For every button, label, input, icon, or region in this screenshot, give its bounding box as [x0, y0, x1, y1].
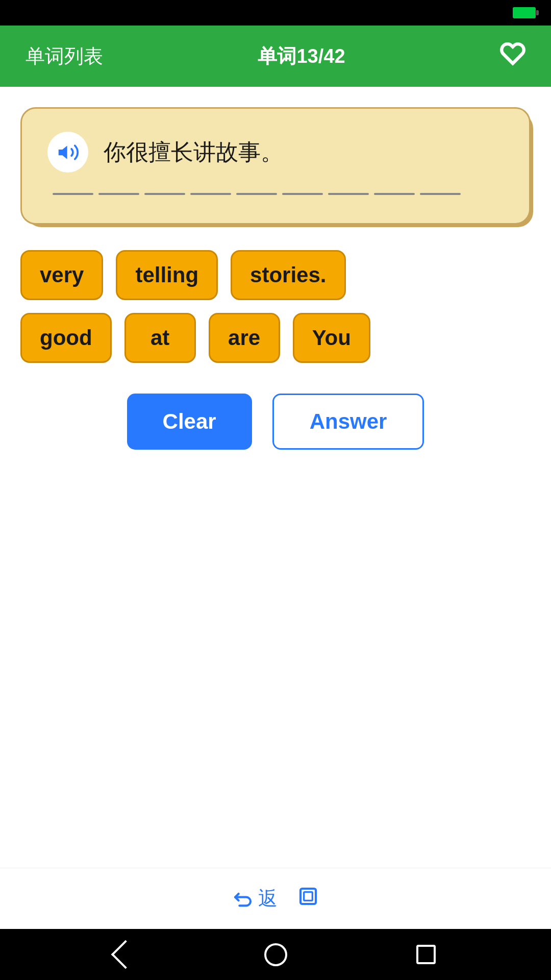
blank-8: [374, 193, 415, 195]
speaker-button[interactable]: [47, 132, 88, 173]
svg-rect-2: [304, 892, 313, 901]
android-recent-icon[interactable]: [416, 945, 436, 964]
word-button-you[interactable]: You: [293, 313, 370, 363]
status-bar: [0, 0, 551, 26]
bottom-nav: 返: [0, 868, 551, 929]
square-button[interactable]: [298, 886, 318, 911]
blank-7: [328, 193, 369, 195]
progress-current: 13: [296, 45, 318, 67]
svg-rect-1: [300, 889, 316, 904]
clear-button[interactable]: Clear: [127, 394, 252, 450]
blank-6: [282, 193, 323, 195]
word-button-stories[interactable]: stories.: [231, 250, 345, 300]
undo-icon: [233, 889, 253, 909]
back-button[interactable]: 返: [233, 886, 278, 912]
blank-1: [53, 193, 93, 195]
battery-icon: [513, 7, 536, 18]
android-back-icon[interactable]: [111, 940, 140, 969]
progress-separator: /: [318, 45, 324, 67]
svg-marker-0: [58, 145, 67, 159]
word-row-2: good at are You: [20, 313, 531, 363]
main-content: 你很擅长讲故事。 very telling stories. good at a…: [0, 87, 551, 868]
blank-5: [236, 193, 277, 195]
favorite-button[interactable]: [500, 41, 525, 71]
back-label: 返: [258, 886, 278, 912]
word-button-very[interactable]: very: [20, 250, 103, 300]
word-button-are[interactable]: are: [209, 313, 280, 363]
word-row-1: very telling stories.: [20, 250, 531, 300]
chinese-sentence: 你很擅长讲故事。: [104, 137, 283, 167]
sentence-card: 你很擅长讲故事。: [20, 107, 531, 225]
word-section: very telling stories. good at are You: [20, 250, 531, 363]
square-icon: [298, 886, 318, 906]
answer-blanks: [47, 193, 504, 195]
word-button-good[interactable]: good: [20, 313, 112, 363]
header: 单词列表 单词13/42: [0, 26, 551, 87]
blank-9: [420, 193, 461, 195]
sentence-top: 你很擅长讲故事。: [47, 132, 504, 173]
speaker-icon: [57, 141, 80, 164]
progress-total: 42: [323, 45, 345, 67]
back-to-list[interactable]: 单词列表: [26, 43, 103, 69]
progress-label: 单词: [258, 45, 296, 67]
answer-button[interactable]: Answer: [272, 394, 424, 450]
progress-indicator: 单词13/42: [258, 43, 345, 69]
word-button-at[interactable]: at: [124, 313, 196, 363]
blank-4: [190, 193, 231, 195]
word-button-telling[interactable]: telling: [116, 250, 218, 300]
android-nav-bar: [0, 929, 551, 980]
blank-2: [98, 193, 139, 195]
blank-3: [144, 193, 185, 195]
action-buttons: Clear Answer: [127, 394, 424, 450]
android-home-icon[interactable]: [264, 943, 287, 966]
